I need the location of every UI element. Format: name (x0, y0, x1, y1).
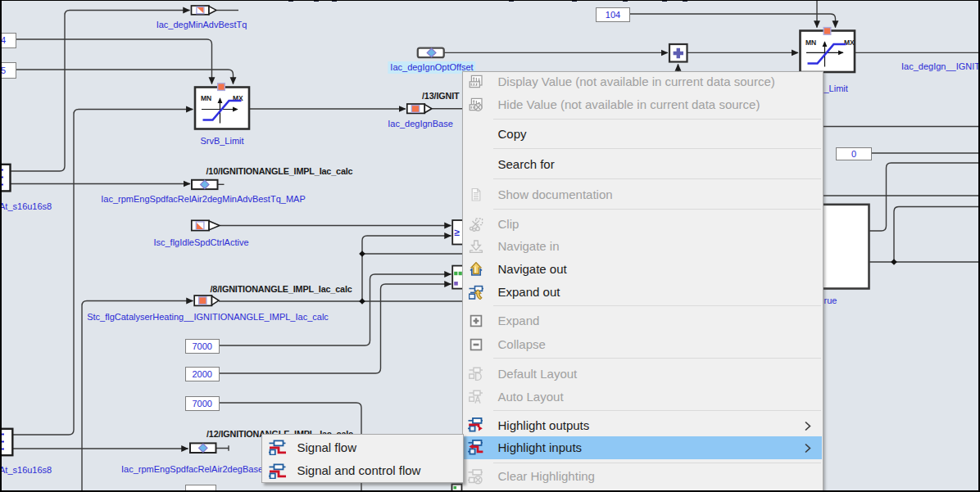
menu-item-search-for[interactable]: Search for (464, 153, 822, 176)
submenu-item-label: Signal flow (297, 440, 357, 454)
menu-separator (493, 305, 821, 306)
const-partial-bottom[interactable] (185, 485, 216, 492)
block-bigbox[interactable] (819, 205, 869, 289)
green-marker (454, 272, 457, 275)
highlight-inputs-icon (467, 439, 485, 457)
submenu-chevron-icon (804, 442, 811, 453)
menu-item-label: Default Layout (498, 366, 578, 380)
menu-item-hide-value[interactable]: Hide Value (not available in current dat… (464, 93, 822, 116)
port-iac-rpm-map[interactable] (192, 180, 218, 189)
const-2000[interactable]: 2000 (185, 367, 220, 382)
junction-diamond (359, 251, 365, 257)
wire-port12-stub (216, 445, 229, 451)
port-isc-flgidlespdctrlactive[interactable] (192, 220, 220, 230)
diagram-shape (212, 296, 220, 305)
cut-text-fragment (314, 0, 319, 2)
lbl-at-s16u16s8-bottom[interactable]: At_s16u16s8 (0, 465, 52, 476)
const-104[interactable]: 104 (596, 7, 630, 23)
wire-bigbox-branch (894, 207, 980, 263)
srvb-breakpoint-marker (218, 84, 225, 91)
menu-item-label: Search for (498, 156, 555, 170)
const-5[interactable]: 5 (0, 62, 16, 79)
wire-104-to-limiter2 (628, 14, 836, 28)
wire-vert-to-port8 (82, 301, 193, 492)
lbl-iac-rpm-degbase[interactable]: Iac_rpmEngSpdfacRelAir2degBase (121, 464, 263, 475)
menu-item-default-layout[interactable]: Default Layout (464, 363, 822, 386)
menu-item-auto-layout[interactable]: Auto Layout (464, 386, 822, 408)
menu-item-clear-highlighting[interactable]: Clear Highlighting (464, 465, 822, 488)
menu-item-label: Show documentation (498, 187, 613, 201)
hide-value-icon (467, 96, 485, 114)
block-sum[interactable] (669, 44, 687, 62)
lbl-srvb-limit[interactable]: SrvB_Limit (200, 136, 243, 147)
default-layout-icon (467, 365, 485, 383)
wire-bigbox-out1 (869, 163, 980, 231)
menu-item-navigate-out[interactable]: Navigate out (464, 258, 822, 281)
lbl-at-s16u16s8-top[interactable]: At_s16u16s8 (0, 201, 52, 212)
lbl-iac-degign-ignit[interactable]: Iac_degIgn__IGNIT (901, 61, 980, 72)
wire-const4-to-srvb-top (15, 39, 212, 84)
menu-item-label: Highlight inputs (498, 440, 583, 454)
lbl-path8: /8/IGNITIONANGLE_IMPL_Iac_calc (211, 284, 352, 295)
lbl-limit-fragment[interactable]: _Limit (824, 84, 848, 94)
signal-flow-icon (269, 439, 287, 457)
const-4[interactable]: 4 (0, 33, 16, 49)
block-edge-top (0, 165, 11, 192)
port-stc-flgcatalyserheating[interactable] (194, 296, 219, 305)
menu-item-show-documentation[interactable]: Show documentation (464, 183, 822, 206)
srvb-mn-label: MN (201, 94, 211, 102)
lbl-true-fragment[interactable]: rue (824, 296, 837, 306)
auto-layout-icon (467, 388, 485, 406)
navigate-in-icon (467, 237, 485, 255)
lbl-iac-rpm-map[interactable]: Iac_rpmEngSpdfacRelAir2degMinAdvBestTq_M… (101, 194, 305, 205)
model-canvas[interactable]: MN MX MN MX ≥ (0, 0, 980, 492)
menu-item-copy[interactable]: Copy (464, 123, 822, 146)
block-limiter2[interactable]: MN MX (801, 28, 855, 72)
expand-icon (467, 312, 485, 330)
menu-item-highlight-inputs[interactable]: Highlight inputs (464, 436, 822, 459)
menu-separator (493, 209, 821, 210)
submenu-item-signal-flow[interactable]: Signal flow (263, 436, 462, 459)
port-iac-degminadvbesttq[interactable] (192, 6, 217, 15)
lbl-isc-flgidlespdctrlactive[interactable]: Isc_flgIdleSpdCtrlActive (153, 237, 248, 248)
collapse-icon (467, 336, 485, 354)
menu-item-label: Navigate out (498, 261, 567, 275)
lbl-iac-degignbase[interactable]: Iac_degIgnBase (388, 119, 453, 129)
const-0[interactable]: 0 (836, 147, 872, 160)
lbl-iac-degminadvbesttq[interactable]: Iac_degMinAdvBestTq (157, 20, 247, 30)
wire-blk1-to-minadv-port (10, 11, 190, 172)
menu-item-label: Copy (498, 127, 527, 141)
lbl-path10: /10/IGNITIONANGLE_IMPL_Iac_calc (206, 166, 353, 177)
const-7000b[interactable]: 7000 (185, 396, 220, 412)
menu-item-expand[interactable]: Expand (464, 309, 822, 332)
expand-out-icon (467, 283, 485, 301)
port-iac-rpm-degbase[interactable] (190, 443, 216, 453)
menu-item-expand-out[interactable]: Expand out (464, 281, 822, 304)
lbl-stc-flgcatalyserheating[interactable]: Stc_flgCatalyserHeating__IGNITIONANGLE_I… (87, 312, 329, 323)
menu-item-collapse[interactable]: Collapse (464, 333, 822, 356)
port-iac-degignoptoffset[interactable] (418, 48, 444, 58)
menu-item-label: Collapse (498, 337, 546, 351)
menu-item-label: Auto Layout (498, 389, 564, 403)
clear-highlighting-icon (467, 467, 485, 485)
const-7000a[interactable]: 7000 (185, 339, 220, 354)
menu-item-navigate-in[interactable]: Navigate in (464, 235, 822, 258)
port-iac-degignbase[interactable] (407, 104, 432, 113)
highlight-outputs-icon (467, 417, 485, 435)
menu-item-label: Expand (498, 313, 540, 327)
orange-marker (411, 106, 419, 113)
block-srvb-limit[interactable]: MN MX (195, 84, 249, 129)
menu-item-display-value[interactable]: Display Value (not available in current … (464, 70, 822, 93)
submenu-item-signal-and-control-flow[interactable]: Signal and control flow (263, 459, 462, 482)
block-fragment-bottom (452, 485, 462, 492)
menu-separator (493, 463, 821, 463)
menu-item-highlight-outputs[interactable]: Highlight outputs (464, 414, 822, 437)
menu-item-label: Display Value (not available in current … (498, 74, 775, 88)
menu-item-clip[interactable]: Clip (464, 213, 822, 236)
junction-diamond (891, 259, 897, 265)
signal-control-flow-icon (269, 462, 287, 480)
clip-icon (467, 215, 485, 233)
cut-text-fragment (332, 0, 337, 2)
diagram-shape (424, 105, 432, 113)
diagram-shape (209, 7, 216, 15)
